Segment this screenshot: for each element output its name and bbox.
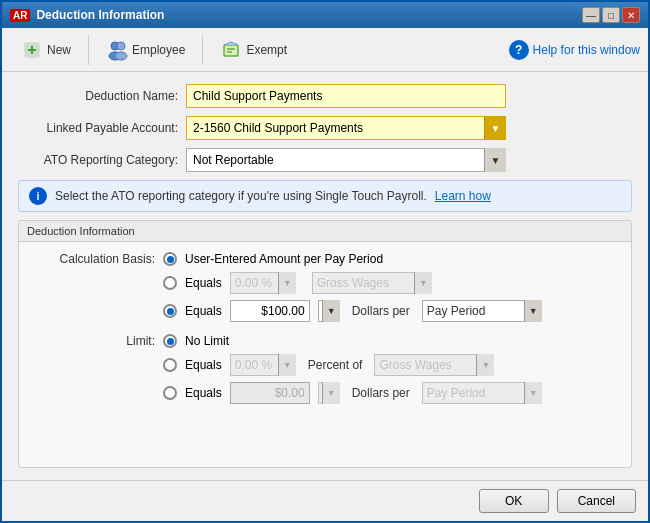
toolbar: New Employee: [2, 28, 648, 72]
pay-period-1-wrapper: Pay Period ▼: [422, 300, 542, 322]
dollar-input-2[interactable]: [230, 300, 310, 322]
window-title: Deduction Information: [36, 8, 164, 22]
svg-point-6: [115, 52, 127, 60]
deduction-info-section: Deduction Information Calculation Basis:…: [18, 220, 632, 468]
title-bar: AR Deduction Information — □ ✕: [2, 2, 648, 28]
pay-period-select-2[interactable]: Pay Period: [422, 382, 542, 404]
gross-wages-select-1[interactable]: Gross Wages: [312, 272, 432, 294]
deduction-name-row: Deduction Name:: [18, 84, 632, 108]
dropdown-4-wrapper: ▼: [318, 382, 340, 404]
user-entered-label: User-Entered Amount per Pay Period: [185, 252, 383, 266]
equals-row-2: Equals ▼ Dollars per Pay Period: [35, 300, 615, 322]
toolbar-left: New Employee: [10, 34, 298, 66]
exempt-icon: [220, 39, 242, 61]
no-limit-radio[interactable]: [163, 334, 177, 348]
calc-basis-label: Calculation Basis:: [35, 252, 155, 266]
deduction-name-label: Deduction Name:: [18, 89, 178, 103]
equals-label-2: Equals: [185, 304, 222, 318]
ato-category-select-wrapper: Not Reportable ▼: [186, 148, 506, 172]
dollar-select-2-wrapper: [230, 300, 310, 322]
help-label: Help for this window: [533, 43, 640, 57]
gross-wages-select-2[interactable]: Gross Wages: [374, 354, 494, 376]
exempt-label: Exempt: [246, 43, 287, 57]
employee-label: Employee: [132, 43, 185, 57]
equals-label-1: Equals: [185, 276, 222, 290]
equals-radio-1[interactable]: [163, 276, 177, 290]
limit-label: Limit:: [35, 334, 155, 348]
employee-icon: [106, 39, 128, 61]
dollar-input-4-wrapper: [230, 382, 310, 404]
equals-radio-4[interactable]: [163, 386, 177, 400]
user-entered-radio[interactable]: [163, 252, 177, 266]
dollar-dropdown-4[interactable]: [318, 382, 340, 404]
gross-wages-1-wrapper: Gross Wages ▼: [312, 272, 432, 294]
dropdown-2-wrapper: ▼: [318, 300, 340, 322]
ar-badge: AR: [10, 9, 30, 22]
new-button[interactable]: New: [10, 34, 82, 66]
svg-point-5: [117, 42, 125, 50]
percent-of-label: Percent of: [308, 358, 363, 372]
exempt-button[interactable]: Exempt: [209, 34, 298, 66]
help-icon: ?: [509, 40, 529, 60]
ato-category-label: ATO Reporting Category:: [18, 153, 178, 167]
info-text: Select the ATO reporting category if you…: [55, 189, 427, 203]
dollar-dropdown-2[interactable]: [318, 300, 340, 322]
dollar-input-4[interactable]: [230, 382, 310, 404]
ato-category-row: ATO Reporting Category: Not Reportable ▼: [18, 148, 632, 172]
dollars-per-label-2: Dollars per: [352, 304, 410, 318]
deduction-name-input[interactable]: [186, 84, 506, 108]
linked-account-select-wrapper: 2-1560 Child Support Payments ▼: [186, 116, 506, 140]
help-button[interactable]: ? Help for this window: [509, 40, 640, 60]
pay-period-select-1[interactable]: Pay Period: [422, 300, 542, 322]
equals-row-4: Equals ▼ Dollars per Pay Period: [35, 382, 615, 404]
linked-account-select[interactable]: 2-1560 Child Support Payments: [186, 116, 506, 140]
dollars-per-label-4: Dollars per: [352, 386, 410, 400]
svg-rect-7: [224, 45, 238, 56]
info-icon: i: [29, 187, 47, 205]
percent-select-3-wrapper: 0.00 % ▼: [230, 354, 296, 376]
new-label: New: [47, 43, 71, 57]
percent-select-1[interactable]: 0.00 %: [230, 272, 296, 294]
main-window: AR Deduction Information — □ ✕ New: [0, 0, 650, 523]
toolbar-divider-2: [202, 35, 203, 65]
equals-row-3: Equals 0.00 % ▼ Percent of Gross Wages ▼: [35, 354, 615, 376]
calc-basis-row: Calculation Basis: User-Entered Amount p…: [35, 252, 615, 266]
ok-button[interactable]: OK: [479, 489, 549, 513]
pay-period-2-wrapper: Pay Period ▼: [422, 382, 542, 404]
linked-account-row: Linked Payable Account: 2-1560 Child Sup…: [18, 116, 632, 140]
title-bar-controls: — □ ✕: [582, 7, 640, 23]
main-content: Deduction Name: Linked Payable Account: …: [2, 72, 648, 480]
new-icon: [21, 39, 43, 61]
info-box: i Select the ATO reporting category if y…: [18, 180, 632, 212]
linked-account-label: Linked Payable Account:: [18, 121, 178, 135]
limit-row: Limit: No Limit: [35, 334, 615, 348]
section-content: Calculation Basis: User-Entered Amount p…: [19, 242, 631, 414]
equals-label-4: Equals: [185, 386, 222, 400]
percent-select-1-wrapper: 0.00 % ▼: [230, 272, 296, 294]
maximize-button[interactable]: □: [602, 7, 620, 23]
minimize-button[interactable]: —: [582, 7, 600, 23]
employee-button[interactable]: Employee: [95, 34, 196, 66]
equals-radio-3[interactable]: [163, 358, 177, 372]
gross-wages-2-wrapper: Gross Wages ▼: [374, 354, 494, 376]
no-limit-label: No Limit: [185, 334, 229, 348]
percent-select-3[interactable]: 0.00 %: [230, 354, 296, 376]
equals-radio-2[interactable]: [163, 304, 177, 318]
cancel-button[interactable]: Cancel: [557, 489, 636, 513]
equals-row-1: Equals 0.00 % ▼ Gross Wages ▼: [35, 272, 615, 294]
learn-how-link[interactable]: Learn how: [435, 189, 491, 203]
section-title: Deduction Information: [19, 221, 631, 242]
toolbar-divider-1: [88, 35, 89, 65]
title-bar-left: AR Deduction Information: [10, 8, 164, 22]
equals-label-3: Equals: [185, 358, 222, 372]
footer: OK Cancel: [2, 480, 648, 521]
close-button[interactable]: ✕: [622, 7, 640, 23]
ato-category-select[interactable]: Not Reportable: [186, 148, 506, 172]
